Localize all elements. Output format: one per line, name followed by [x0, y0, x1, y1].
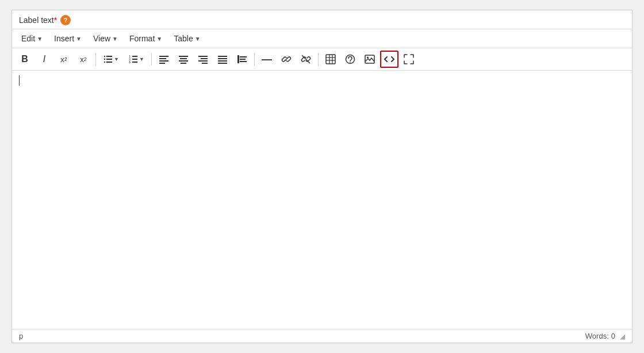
svg-rect-22: [198, 60, 208, 62]
menu-edit[interactable]: Edit ▼: [17, 32, 47, 45]
fullscreen-icon: [404, 54, 414, 64]
table-insert-button[interactable]: [321, 51, 340, 68]
status-bar: p Words: 0 ◢: [12, 329, 632, 343]
align-right-icon: [198, 54, 208, 64]
align-block-button[interactable]: [233, 51, 251, 68]
source-code-button[interactable]: [380, 51, 398, 68]
edit-arrow-icon: ▼: [37, 36, 43, 42]
bullet-list-icon: [103, 54, 113, 64]
insert-arrow-icon: ▼: [76, 36, 82, 42]
ordered-list-icon: 1. 2. 3.: [128, 54, 139, 64]
required-star: *: [54, 16, 57, 25]
editor-area[interactable]: [12, 71, 632, 329]
ordered-list-arrow: ▼: [139, 56, 144, 62]
source-code-icon: [384, 54, 394, 64]
resize-handle-icon: ◢: [620, 332, 625, 340]
bullet-list-button[interactable]: ▼: [99, 51, 123, 68]
svg-rect-16: [179, 56, 188, 57]
svg-rect-24: [218, 56, 227, 57]
word-count: 0: [611, 332, 615, 340]
align-block-icon: [237, 54, 247, 64]
svg-rect-0: [104, 56, 105, 57]
text-cursor: [19, 75, 20, 86]
svg-rect-17: [180, 58, 187, 59]
svg-rect-29: [240, 56, 247, 57]
svg-rect-4: [104, 62, 105, 63]
align-left-icon: [159, 54, 169, 64]
separator-3: [254, 53, 255, 66]
menu-view[interactable]: View ▼: [89, 32, 122, 45]
align-center-icon: [178, 54, 189, 64]
svg-rect-28: [237, 55, 239, 63]
superscript-button[interactable]: x2: [74, 51, 93, 68]
align-center-button[interactable]: [174, 51, 193, 68]
menu-table[interactable]: Table ▼: [169, 32, 205, 45]
svg-rect-2: [104, 59, 105, 60]
svg-rect-12: [159, 56, 168, 57]
label-text: Label text*: [19, 16, 57, 25]
svg-rect-9: [132, 59, 137, 60]
toolbar: B I x2 x2 ▼ 1. 2.: [12, 48, 632, 71]
editor-container: Label text* ? Edit ▼ Insert ▼ View ▼ For…: [12, 10, 632, 343]
label-row: Label text* ?: [12, 10, 632, 29]
svg-rect-3: [106, 59, 112, 60]
svg-rect-1: [106, 56, 112, 57]
svg-rect-30: [240, 59, 246, 60]
svg-line-33: [302, 55, 310, 63]
subscript-button[interactable]: x2: [55, 51, 73, 68]
svg-rect-19: [181, 63, 186, 64]
svg-rect-23: [202, 63, 208, 64]
svg-rect-5: [106, 62, 112, 63]
menu-bar: Edit ▼ Insert ▼ View ▼ Format ▼ Table ▼: [12, 29, 632, 48]
bold-button[interactable]: B: [16, 51, 34, 68]
svg-text:3.: 3.: [129, 60, 131, 64]
ordered-list-button[interactable]: 1. 2. 3. ▼: [124, 51, 148, 68]
svg-rect-31: [240, 61, 247, 62]
separator-4: [318, 53, 319, 66]
separator-1: [95, 53, 96, 66]
format-arrow-icon: ▼: [156, 36, 162, 42]
svg-rect-26: [218, 60, 227, 62]
svg-rect-11: [132, 62, 137, 63]
align-left-button[interactable]: [155, 51, 173, 68]
special-char-icon: [345, 54, 355, 64]
svg-point-42: [367, 57, 369, 59]
svg-rect-21: [201, 58, 208, 59]
element-indicator: p: [19, 332, 23, 340]
image-icon: [365, 54, 375, 64]
italic-button[interactable]: I: [35, 51, 53, 68]
help-icon[interactable]: ?: [60, 15, 71, 25]
table-insert-icon: [325, 54, 336, 64]
link-button[interactable]: [277, 51, 296, 68]
menu-format[interactable]: Format ▼: [125, 32, 167, 45]
separator-2: [151, 53, 152, 66]
align-justify-icon: [217, 54, 228, 64]
align-justify-button[interactable]: [213, 51, 232, 68]
svg-rect-34: [326, 55, 335, 64]
hr-button[interactable]: —: [258, 51, 276, 68]
svg-rect-27: [218, 63, 227, 64]
svg-rect-13: [159, 58, 166, 59]
unlink-button[interactable]: [297, 51, 315, 68]
align-right-button[interactable]: [194, 51, 212, 68]
image-button[interactable]: [361, 51, 379, 68]
label-text-value: Label text: [19, 16, 54, 25]
svg-rect-20: [198, 56, 208, 57]
menu-insert[interactable]: Insert ▼: [49, 32, 86, 45]
special-char-button[interactable]: [341, 51, 359, 68]
view-arrow-icon: ▼: [112, 36, 118, 42]
svg-rect-18: [179, 60, 188, 62]
unlink-icon: [301, 54, 311, 64]
svg-rect-7: [132, 56, 137, 57]
svg-rect-25: [218, 58, 227, 59]
link-icon: [281, 54, 292, 64]
svg-rect-15: [159, 63, 165, 64]
bullet-list-arrow: ▼: [114, 56, 119, 62]
svg-rect-14: [159, 60, 168, 62]
words-label: Words:: [585, 332, 609, 340]
fullscreen-button[interactable]: [400, 51, 418, 68]
table-arrow-icon: ▼: [195, 36, 201, 42]
svg-point-40: [350, 62, 351, 63]
